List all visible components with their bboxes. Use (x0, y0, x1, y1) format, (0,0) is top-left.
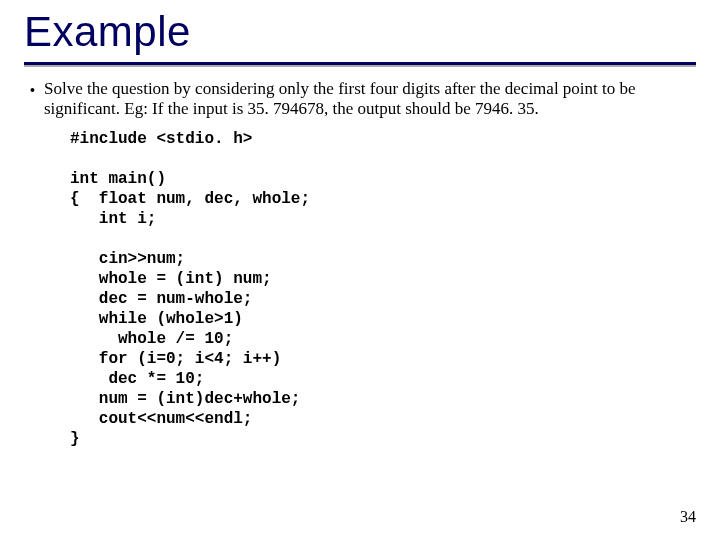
bullet-text: Solve the question by considering only t… (44, 79, 690, 119)
bullet-dot-icon: • (30, 79, 44, 101)
slide: Example • Solve the question by consider… (0, 0, 720, 540)
bullet-item: • Solve the question by considering only… (30, 79, 690, 119)
page-number: 34 (680, 508, 696, 526)
code-block: #include <stdio. h> int main() { float n… (70, 129, 690, 449)
title-block: Example (0, 8, 720, 65)
slide-title: Example (24, 8, 696, 56)
slide-content: • Solve the question by considering only… (0, 65, 720, 449)
